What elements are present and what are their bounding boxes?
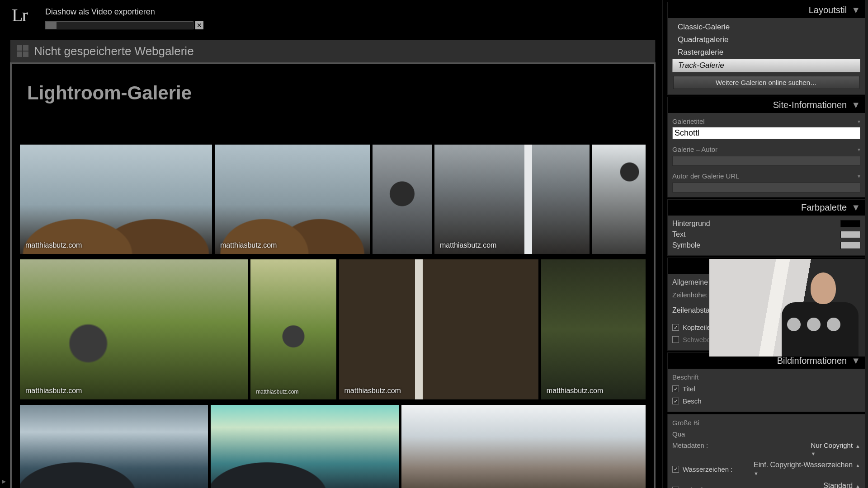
layout-style-option[interactable]: Classic-Galerie — [672, 21, 860, 33]
panel-layoutstil: Layoutstil ▼ Classic-Galerie Quadratgale… — [667, 2, 865, 95]
checkbox-wasserzeichen[interactable] — [672, 466, 679, 473]
dropdown-icon[interactable]: ▾ — [858, 118, 860, 125]
preview-row — [20, 405, 646, 488]
dropdown-icon[interactable]: ▾ — [858, 173, 860, 179]
panel-header-siteinfo[interactable]: Site-Informationen ▼ — [668, 97, 865, 113]
label-galerie-autor: Galerie – Autor ▾ — [672, 144, 860, 155]
watermark: matthiasbutz.com — [256, 389, 298, 395]
thumb[interactable] — [592, 145, 646, 254]
label-wasserzeichen: Wasserzeichen : — [683, 465, 732, 473]
thumb[interactable]: matthiasbutz.com — [250, 259, 336, 399]
panel-header-layoutstil[interactable]: Layoutstil ▼ — [668, 2, 865, 18]
metadaten-select[interactable]: Nur Copyright — [811, 441, 853, 449]
autor-url-input[interactable] — [672, 183, 860, 192]
find-more-galleries-button[interactable]: Weitere Galerien online suchen… — [673, 76, 859, 89]
label-titel: Titel — [683, 385, 695, 393]
panel-title: Bildinformationen — [777, 356, 847, 366]
layout-style-option[interactable]: Quadratgalerie — [672, 33, 860, 46]
chevron-down-icon: ▼ — [851, 5, 860, 15]
thumb[interactable]: matthiasbutz.com — [20, 145, 212, 254]
cancel-export-button[interactable]: ✕ — [195, 21, 203, 29]
galerietitel-input[interactable] — [672, 127, 860, 139]
dropdown-icon[interactable]: ▾ — [858, 146, 860, 153]
label-symbole: Symbole — [672, 241, 700, 249]
panel-title: Layoutstil — [809, 5, 847, 15]
label-beschriftung: Beschrift — [672, 371, 860, 383]
thumb[interactable]: matthiasbutz.com — [20, 259, 248, 399]
watermark: matthiasbutz.com — [440, 241, 496, 249]
label-autor-url: Autor der Galerie URL ▾ — [672, 170, 860, 182]
panel-farbpalette: Farbpalette ▼ Hintergrund Text Symbole — [667, 199, 865, 256]
panel-title: Site-Informationen — [773, 100, 847, 110]
thumb[interactable] — [20, 405, 208, 488]
panel-bildinformationen: Bildinformationen ▼ Beschrift Titel Besc… — [667, 352, 865, 412]
thumb[interactable] — [401, 405, 646, 488]
watermark: matthiasbutz.com — [220, 241, 277, 249]
preview-row: matthiasbutz.com matthiasbutz.com matthi… — [20, 145, 646, 254]
preview-title: Nicht gespeicherte Webgalerie — [34, 44, 194, 58]
preview-header: Nicht gespeicherte Webgalerie — [10, 40, 656, 62]
label-besch: Besch — [683, 397, 702, 405]
checkbox-schwebende[interactable] — [672, 336, 679, 343]
thumb[interactable] — [211, 405, 399, 488]
preview-row: matthiasbutz.com matthiasbutz.com matthi… — [20, 259, 646, 399]
panel-grosse-bilder: Große Bi Qua Metadaten : Nur Copyright▲▼… — [667, 414, 865, 488]
export-title: Diashow als Video exportieren — [45, 7, 203, 17]
color-swatch-symbols[interactable] — [840, 242, 860, 249]
gallery-title: Lightroom-Galerie — [27, 82, 646, 104]
label-text: Text — [672, 230, 685, 239]
label-hintergrund: Hintergrund — [672, 220, 710, 228]
chevron-down-icon: ▼ — [851, 356, 860, 366]
watermark: matthiasbutz.com — [25, 241, 82, 249]
app-logo: Lr — [12, 5, 27, 26]
expand-handle-icon[interactable]: ▸ — [2, 476, 6, 486]
panel-title: Farbpalette — [801, 202, 847, 213]
label-schaerfen: Schärfen : — [683, 486, 713, 488]
thumb[interactable] — [373, 145, 432, 254]
schaerfen-select[interactable]: Standard — [823, 482, 853, 488]
right-panel: Layoutstil ▼ Classic-Galerie Quadratgale… — [662, 0, 868, 488]
thumb[interactable]: matthiasbutz.com — [541, 259, 646, 399]
layout-style-option[interactable]: Rastergalerie — [672, 46, 860, 59]
checkbox-kopfzeile[interactable] — [672, 324, 679, 331]
grid-icon[interactable] — [17, 45, 28, 57]
gallery-preview: Lightroom-Galerie matthiasbutz.com matth… — [10, 62, 656, 488]
panel-siteinfo: Site-Informationen ▼ Galerietitel ▾ Gale… — [667, 97, 865, 197]
thumb[interactable]: matthiasbutz.com — [215, 145, 370, 254]
watermark: matthiasbutz.com — [344, 387, 401, 395]
color-swatch-background[interactable] — [840, 220, 860, 227]
watermark: matthiasbutz.com — [25, 387, 82, 395]
export-progress: ✕ — [45, 21, 203, 29]
webcam-overlay — [709, 258, 868, 357]
label-grosse-bilder: Große Bi — [672, 417, 860, 428]
export-progress-block: Diashow als Video exportieren ✕ — [45, 7, 203, 29]
label-qua: Qua — [672, 430, 685, 438]
checkbox-schaerfen[interactable] — [672, 487, 679, 488]
checkbox-besch[interactable] — [672, 398, 679, 404]
wasserzeichen-select[interactable]: Einf. Copyright-Wasserzeichen — [754, 461, 853, 469]
thumb[interactable]: matthiasbutz.com — [434, 145, 590, 254]
galerie-autor-input[interactable] — [672, 156, 860, 166]
checkbox-titel[interactable] — [672, 385, 679, 392]
progress-track — [45, 21, 193, 29]
panel-header-farbpalette[interactable]: Farbpalette ▼ — [668, 200, 865, 216]
watermark: matthiasbutz.com — [547, 387, 603, 395]
label-metadaten: Metadaten : — [672, 441, 708, 457]
color-swatch-text[interactable] — [840, 231, 860, 238]
thumb[interactable]: matthiasbutz.com — [339, 259, 538, 399]
layout-style-option-selected[interactable]: Track-Galerie — [672, 59, 860, 72]
chevron-down-icon: ▼ — [851, 100, 860, 110]
label-galerietitel: Galerietitel ▾ — [672, 116, 860, 127]
chevron-down-icon: ▼ — [851, 202, 860, 213]
